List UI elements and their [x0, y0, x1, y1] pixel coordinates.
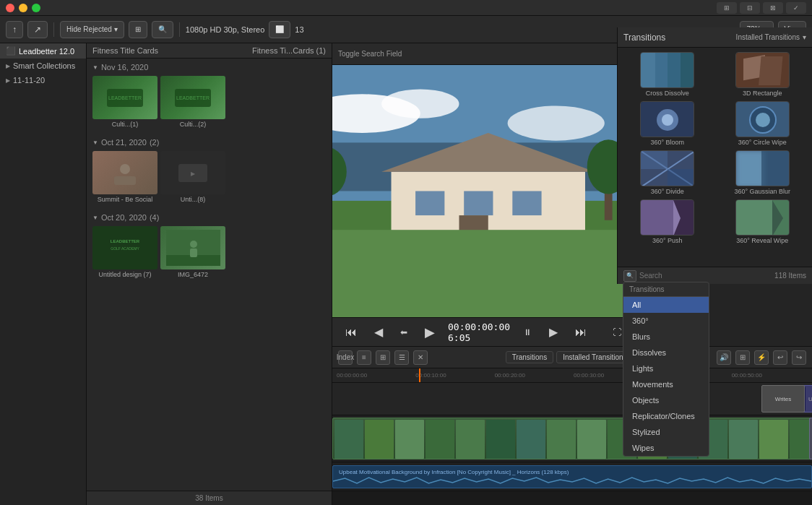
transition-3d-rectangle[interactable]: 3D Rectangle: [717, 52, 808, 97]
transition-360-bloom[interactable]: 360° Bloom: [622, 101, 713, 146]
format-options-button[interactable]: ⬜: [269, 21, 290, 38]
transitions-search-button[interactable]: 🔍: [623, 270, 636, 282]
sidebar: ⬛ Leadbetter 12.0 ▶ Smart Collections ▶ …: [0, 43, 87, 505]
view-options-button[interactable]: ⊞: [129, 21, 147, 38]
clip-count-label: 13: [295, 25, 303, 34]
hide-rejected-button[interactable]: Hide Rejected ▾: [60, 21, 124, 38]
event-label: 11-11-20: [13, 76, 45, 85]
reveal-wipe-svg: [736, 200, 790, 236]
transitions-grid-header: Transitions Installed Transitions ▾: [618, 27, 812, 48]
rewind-button[interactable]: ⬅: [396, 326, 412, 339]
sidebar-item-event[interactable]: ▶ 11-11-20: [0, 73, 86, 87]
circle-wipe-thumb: [735, 101, 790, 137]
date-header-oct21[interactable]: ▼ Oct 21, 2020 (2): [90, 137, 329, 148]
writes-clip[interactable]: Writes: [761, 385, 805, 413]
transitions-header-button[interactable]: Transitions: [506, 351, 554, 363]
transitions-category-360[interactable]: 360°: [623, 313, 709, 329]
search-button[interactable]: 🔍: [152, 21, 173, 38]
list-item[interactable]: ▶ Unti...(8): [160, 151, 225, 203]
transitions-category-replicator[interactable]: Replicator/Clones: [623, 408, 709, 424]
maximize-button[interactable]: [32, 4, 40, 12]
preview-video[interactable]: [332, 65, 634, 317]
toggle-search-label[interactable]: Toggle Search Field: [338, 50, 402, 58]
date-header-nov[interactable]: ▼ Nov 16, 2020: [90, 61, 329, 73]
list-item[interactable]: LEADBETTER Culti...(1): [92, 76, 157, 128]
snap-button[interactable]: ⚡: [754, 350, 769, 365]
minimize-button[interactable]: [19, 4, 27, 12]
timeline-zoom-out[interactable]: ✕: [413, 350, 428, 365]
transition-360-reveal-wipe[interactable]: 360° Reveal Wipe: [717, 199, 808, 244]
clip-appearance-button[interactable]: ≡: [357, 350, 371, 365]
list-item[interactable]: LEADBETTER GOLF ACADEMY Untitled design …: [92, 226, 157, 278]
transitions-category-stylized[interactable]: Stylized: [623, 424, 709, 440]
transition-360-gaussian[interactable]: 360° Gaussian Blur: [717, 150, 808, 195]
list-item[interactable]: IMG_6472: [160, 226, 225, 278]
audio-clip[interactable]: Upbeat Motivational Background by Infrac…: [332, 465, 812, 488]
timeline-icon[interactable]: ⊠: [763, 2, 783, 14]
golf-logo2-svg: LEADBETTER: [171, 85, 215, 111]
go-to-start-button[interactable]: ⏮: [341, 324, 361, 340]
transitions-category-movements[interactable]: Movements: [623, 376, 709, 392]
redo-button[interactable]: ↪: [792, 350, 806, 365]
libraries-icon[interactable]: ⊞: [717, 2, 737, 14]
date-label: Nov 16, 2020: [101, 63, 148, 72]
transitions-category-dissolves[interactable]: Dissolves: [623, 345, 709, 361]
transitions-category-all[interactable]: All: [623, 297, 709, 313]
sidebar-item-library[interactable]: ⬛ Leadbetter 12.0: [0, 43, 86, 59]
import-button[interactable]: ↑: [6, 21, 23, 38]
thumb-label: Culti...(2): [180, 121, 207, 128]
list-item[interactable]: LEADBETTER Culti...(2): [160, 76, 225, 128]
timecode-current: 00:00:00:00: [448, 321, 510, 332]
title-track-content: LEADBETTER GOLF ACADEMY Untitled deal...…: [332, 383, 812, 415]
ruler-mark: 00:00:20:00: [493, 372, 572, 379]
transitions-category-objects[interactable]: Objects: [623, 392, 709, 408]
video-placeholder: [332, 65, 634, 317]
thumb-label: Unti...(8): [181, 196, 206, 203]
push-thumb: [640, 199, 694, 236]
library-icon: ⬛: [6, 46, 16, 56]
transition-label: 360° Circle Wipe: [738, 139, 787, 146]
share-button[interactable]: ↗: [27, 21, 48, 38]
svg-point-47: [756, 113, 770, 127]
close-button[interactable]: [6, 4, 14, 12]
transition-360-divide[interactable]: 360° Divide: [622, 150, 713, 195]
browser-panel: Fitness Title Cards Fitness Ti...Cards (…: [87, 43, 332, 505]
timeline-view-button[interactable]: ⊞: [735, 350, 750, 365]
toolbar-separator-2: [179, 22, 180, 37]
collapse-arrow-2: ▼: [92, 139, 98, 146]
timeline-filter-button[interactable]: ⊞: [376, 350, 390, 365]
reverse-lunge-clip[interactable]: Reverse Lunge Cues: [809, 418, 812, 459]
playhead[interactable]: [419, 368, 420, 382]
transitions-panel-title: Transitions: [623, 282, 709, 297]
date-header-oct20[interactable]: ▼ Oct 20, 2020 (4): [90, 212, 329, 223]
audio-meter-button[interactable]: 🔊: [717, 350, 731, 365]
timeline-ruler: 00:00:00:00 00:00:10:00 00:00:20:00 00:0…: [332, 368, 812, 383]
next-frame-button[interactable]: ▶: [545, 324, 562, 340]
thumbnail: ▶: [160, 151, 225, 194]
transitions-category-lights[interactable]: Lights: [623, 361, 709, 376]
transition-360-push[interactable]: 360° Push: [622, 199, 713, 244]
go-to-end-button[interactable]: ⏭: [571, 324, 591, 340]
titlebar: ⊞ ⊟ ⊠ ✓: [0, 0, 812, 16]
timeline-toolbar: Index ≡ ⊞ ☰ ✕ Transitions Installed Tran…: [332, 347, 812, 368]
audio-track-row: Upbeat Motivational Background by Infrac…: [332, 462, 812, 491]
index-button[interactable]: Index: [338, 350, 353, 365]
browser-footer: 38 Items: [87, 491, 332, 505]
thumbnail: LEADBETTER GOLF ACADEMY: [92, 226, 157, 269]
fullscreen-icon[interactable]: ✓: [786, 2, 806, 14]
bloom-thumb: [640, 101, 694, 137]
undo-button[interactable]: ↩: [773, 350, 787, 365]
transition-cross-dissolve[interactable]: Cross Dissolve: [622, 52, 713, 97]
title-track: LEADBETTER GOLF ACADEMY Untitled deal...…: [332, 383, 812, 415]
browser-icon[interactable]: ⊟: [740, 2, 760, 14]
transition-360-circle-wipe[interactable]: 360° Circle Wipe: [717, 101, 808, 146]
list-item[interactable]: Summit - Be Social: [92, 151, 157, 203]
sidebar-item-smart-collections[interactable]: ▶ Smart Collections: [0, 59, 86, 73]
transitions-category-blurs[interactable]: Blurs: [623, 329, 709, 345]
forward-button[interactable]: ⏸: [519, 326, 536, 339]
timeline-options-button[interactable]: ☰: [394, 350, 409, 365]
main-video-clip[interactable]: [332, 418, 812, 459]
prev-frame-button[interactable]: ◀: [370, 324, 387, 340]
transitions-category-wipes[interactable]: Wipes: [623, 440, 709, 456]
play-button[interactable]: ▶: [420, 323, 439, 342]
